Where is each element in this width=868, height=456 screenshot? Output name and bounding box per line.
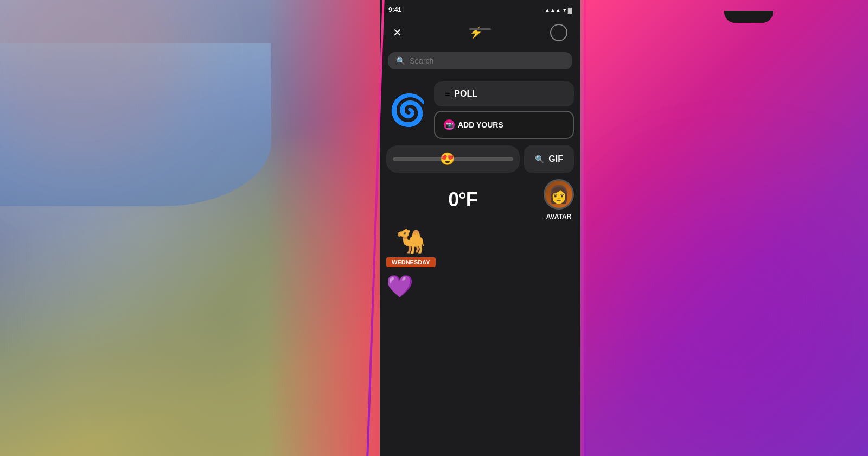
add-icon: 📷 [444, 119, 455, 130]
poll-icon: ≡ [445, 89, 450, 99]
sticker-row-4: 🐪 WEDNESDAY [380, 224, 580, 270]
add-yours-sticker[interactable]: 📷 ADD YOURS [434, 111, 574, 139]
status-bar-middle: 9:41 ▲▲▲ ▾ ▓ [380, 0, 580, 15]
avatar-face: 👩 [544, 179, 574, 210]
bg-blob-2 [597, 185, 868, 456]
phone-middle-screen: 9:41 ▲▲▲ ▾ ▓ ✕ ⚡ 🔍 🌀 [380, 0, 580, 456]
poll-sticker[interactable]: ≡ POLL [434, 81, 574, 106]
temp-value: 0°F [448, 188, 477, 211]
slider-emoji: 😍 [440, 152, 455, 166]
wednesday-label: WEDNESDAY [386, 257, 436, 267]
sticker-row-1: 🌀 ≡ POLL 📷 ADD YOURS [380, 78, 580, 142]
sticker-circle[interactable] [550, 24, 567, 41]
time-middle: 9:41 [388, 6, 401, 14]
sticker-col-right: ≡ POLL 📷 ADD YOURS [434, 81, 574, 139]
sticker-content: 🌀 ≡ POLL 📷 ADD YOURS [380, 74, 580, 307]
sticker-search-bar[interactable]: 🔍 [388, 52, 572, 69]
search-input[interactable] [410, 56, 564, 65]
avatar-label: AVATAR [546, 213, 571, 220]
tray-handle [469, 28, 491, 30]
status-icons-middle: ▲▲▲ ▾ ▓ [545, 7, 572, 13]
gif-search-icon: 🔍 [535, 155, 544, 163]
purple-sticker[interactable]: 💜 [386, 274, 413, 299]
camel-emoji: 🐪 [396, 227, 426, 255]
background-right [586, 0, 868, 456]
gif-sticker[interactable]: 🔍 GIF [524, 145, 574, 173]
poll-label: POLL [454, 89, 477, 99]
gif-label: GIF [548, 154, 563, 164]
sticker-big-emoji[interactable]: 🌀 [386, 88, 430, 132]
search-icon: 🔍 [396, 56, 405, 65]
temp-sticker[interactable]: 0°F [386, 188, 539, 211]
background-left [0, 0, 380, 456]
phone-middle: 9:41 ▲▲▲ ▾ ▓ ✕ ⚡ 🔍 🌀 [380, 0, 580, 456]
add-yours-label: ADD YOURS [458, 121, 503, 129]
emoji-slider-sticker[interactable]: 😍 [386, 145, 520, 173]
sticker-close-button[interactable]: ✕ [393, 26, 402, 39]
battery-middle: ▓ [568, 7, 572, 13]
sticker-row-3: 0°F 👩 AVATAR [380, 176, 580, 224]
avatar-sticker[interactable]: 👩 AVATAR [544, 179, 574, 220]
signal-middle: ▲▲▲ [545, 7, 561, 13]
sticker-tray-header: ✕ ⚡ [380, 15, 580, 48]
sticker-row-5: 💜 [380, 270, 580, 302]
divider-right [584, 0, 586, 456]
wednesday-sticker[interactable]: 🐪 WEDNESDAY [386, 227, 436, 267]
phone-notch-right [724, 11, 773, 23]
sticker-row-2: 😍 🔍 GIF [380, 142, 580, 176]
wifi-middle: ▾ [563, 7, 566, 13]
